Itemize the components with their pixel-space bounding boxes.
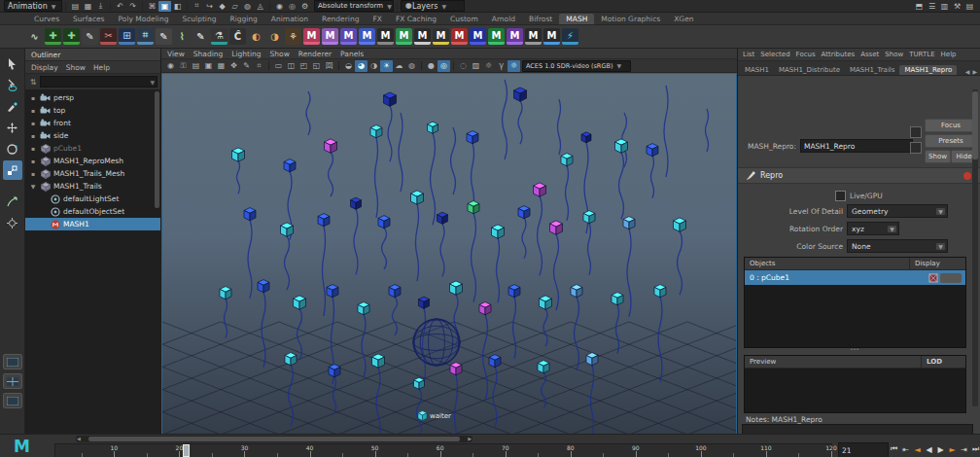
shelf-tab-poly-modeling[interactable]: Poly Modeling [112, 14, 176, 24]
live-gpu-checkbox[interactable] [835, 191, 846, 201]
lasso-tool[interactable] [3, 75, 22, 94]
outliner-menu-show[interactable]: Show [66, 63, 86, 72]
lod-column-header[interactable]: LOD [921, 356, 965, 368]
shelf-tab-arnold[interactable]: Arnold [485, 14, 522, 24]
2d-pan-zoom-icon[interactable]: ✥ [228, 60, 240, 72]
toggle-modeling-toolkit-icon[interactable]: ⬒ [913, 1, 926, 12]
shadows-icon[interactable]: ☁ [393, 60, 405, 72]
show-button[interactable]: Show [925, 150, 951, 163]
ae-menu-show[interactable]: Show [885, 51, 903, 58]
outliner-menu-help[interactable]: Help [93, 63, 110, 72]
color-management-icon[interactable]: ☼ [508, 60, 520, 72]
layout-single-pane[interactable] [3, 354, 22, 369]
ae-menu-asset[interactable]: Asset [860, 51, 879, 58]
select-hierarchy-icon[interactable]: ⌘ [146, 1, 158, 12]
snap-curve-icon[interactable]: ↪ [203, 1, 216, 12]
viewport-menu-lighting[interactable]: Lighting [231, 50, 261, 58]
shelf-item-icon[interactable]: ✎ [192, 28, 209, 45]
shelf-item-mash-icon[interactable]: M [359, 28, 375, 45]
ae-menu-list[interactable]: List [743, 51, 754, 58]
paint-select-tool[interactable] [3, 96, 22, 116]
outliner-item-MASH1_Trails_Mesh[interactable]: ▪MASH1_Trails_Mesh [25, 167, 160, 180]
transform-entry-field[interactable]: Absolute transform▼ [314, 0, 394, 12]
open-scene-icon[interactable]: ▦ [82, 1, 94, 12]
step-forward-key-button[interactable]: ► [947, 443, 958, 456]
shelf-tab-custom[interactable]: Custom [443, 14, 485, 24]
layout-persp-outliner[interactable] [3, 393, 22, 408]
select-component-icon[interactable]: ◧ [171, 1, 184, 12]
shelf-item-mash-icon[interactable]: M [322, 28, 338, 45]
use-all-lights-icon[interactable]: ☀ [380, 60, 393, 72]
wireframe-icon[interactable]: ◒ [342, 60, 355, 72]
attribute-editor-scrollbar[interactable] [972, 89, 978, 406]
rotate-tool[interactable] [3, 139, 22, 158]
lod-dropdown[interactable]: Geometry▼ [847, 204, 948, 218]
shelf-item-mash-icon[interactable]: M [507, 28, 523, 45]
mesh-display-icon[interactable] [928, 273, 938, 283]
move-tool[interactable] [3, 118, 22, 137]
save-scene-icon[interactable]: ⤓ [94, 1, 107, 12]
ae-tab-MASH1[interactable]: MASH1 [740, 65, 774, 75]
toggle-character-controls-icon[interactable]: ☰ [926, 1, 938, 12]
lock-camera-icon[interactable]: ⚿ [177, 60, 190, 72]
viewport-menu-view[interactable]: View [167, 50, 185, 58]
shelf-item-icon[interactable]: ✎ [156, 28, 172, 45]
expand-toggle[interactable]: ▼ [29, 183, 37, 190]
play-forwards-button[interactable]: ▶ [935, 443, 946, 456]
film-gate-icon[interactable]: ▭ [272, 60, 285, 72]
ae-tab-MASH1_Distribute[interactable]: MASH1_Distribute [774, 65, 845, 75]
exposure-icon[interactable]: ☼ [482, 60, 495, 72]
undo-icon[interactable]: ↶ [114, 1, 126, 12]
shelf-item-icon[interactable]: ⚡ [562, 28, 578, 45]
focus-button[interactable]: Focus [925, 119, 977, 132]
ae-tab-MASH1_Repro[interactable]: MASH1_Repro [899, 65, 957, 75]
shelf-tab-fx[interactable]: FX [366, 14, 388, 24]
ae-menu-attributes[interactable]: Attributes [822, 51, 856, 58]
shelf-item-icon[interactable]: ✚ [63, 28, 80, 45]
shelf-tab-rigging[interactable]: Rigging [223, 14, 263, 24]
go-to-start-button[interactable]: ⏮ [889, 443, 899, 456]
shelf-item-mash-icon[interactable]: M [414, 28, 431, 45]
range-slider[interactable]: ◀▶ [76, 436, 472, 442]
safe-action-icon[interactable]: 回 [323, 60, 335, 72]
viewport-canvas[interactable]: waiter [161, 73, 737, 436]
grid-icon[interactable]: ⌗ [253, 60, 265, 72]
shelf-item-icon[interactable]: ⚘ [285, 28, 301, 45]
shelf-item-icon[interactable]: ⊞ [119, 28, 135, 45]
grease-pencil-icon[interactable]: ✎ [240, 60, 253, 72]
play-backwards-button[interactable]: ◀ [924, 443, 934, 456]
viewport-menu-panels[interactable]: Panels [340, 50, 364, 58]
viewport-menu-show[interactable]: Show [270, 50, 290, 58]
shelf-item-icon[interactable]: ✎ [82, 28, 98, 45]
new-scene-icon[interactable]: ▤ [69, 1, 82, 12]
current-frame-field[interactable]: 21 [838, 442, 889, 457]
make-live-icon[interactable]: ◍ [241, 1, 254, 12]
outliner-item-defaultObjectSet[interactable]: defaultObjectSet [25, 205, 160, 218]
isolate-select-icon[interactable]: ◌ [457, 60, 470, 72]
filter-icon[interactable]: ⇅ [28, 77, 38, 88]
outliner-item-pCube1[interactable]: ▪pCube1 [25, 142, 160, 155]
menuset-dropdown[interactable]: Animation▼ [4, 0, 62, 12]
select-tool[interactable] [3, 53, 22, 73]
shelf-item-icon[interactable]: ◐ [248, 28, 264, 45]
go-to-end-button[interactable]: ⏭ [970, 443, 980, 456]
shelf-tab-bifrost[interactable]: Bifrost [522, 14, 559, 24]
shelf-item-mash-icon[interactable]: M [396, 28, 412, 45]
shelf-item-mash-icon[interactable]: M [433, 28, 449, 45]
image-plane-icon[interactable]: ▦ [215, 60, 228, 72]
select-camera-icon[interactable]: ◉ [164, 60, 177, 72]
shelf-item-mash-icon[interactable]: M [377, 28, 394, 45]
select-object-icon[interactable]: ▣ [158, 1, 171, 12]
shelf-tab-curves[interactable]: Curves [27, 14, 66, 24]
shelf-item-mash-icon[interactable]: M [488, 28, 505, 45]
shelf-tab-mash[interactable]: MASH [559, 14, 594, 24]
shelf-tab-rendering[interactable]: Rendering [315, 14, 366, 24]
textured-icon[interactable]: ◑ [368, 60, 380, 72]
bookmark-checkbox[interactable] [910, 142, 922, 154]
xray-icon[interactable]: ▨ [470, 60, 482, 72]
shelf-tab-xgen[interactable]: XGen [667, 14, 700, 24]
outliner-item-side[interactable]: ▪side [25, 129, 160, 142]
ae-menu-turtle[interactable]: TURTLE [909, 51, 934, 58]
field-chart-icon[interactable]: ◱ [310, 60, 323, 72]
step-back-frame-button[interactable]: ⇤ [900, 443, 911, 456]
